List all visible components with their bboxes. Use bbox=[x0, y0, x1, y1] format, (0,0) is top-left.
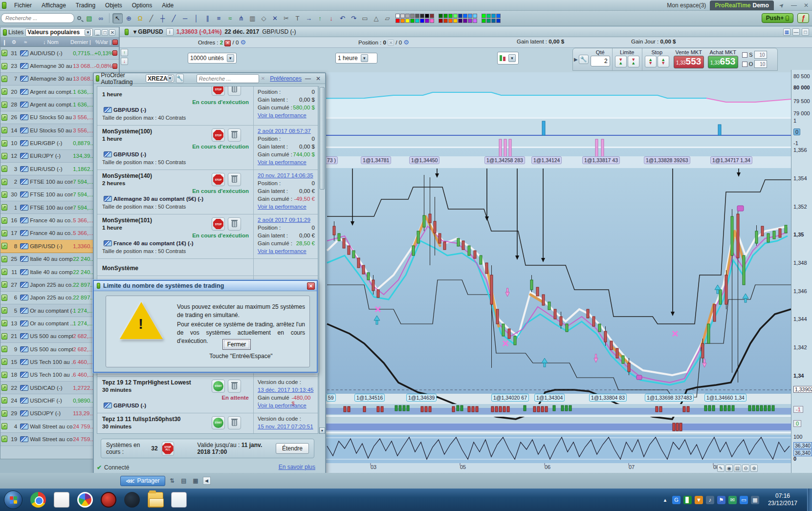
chart-icon[interactable] bbox=[20, 256, 28, 262]
delete-system-button[interactable] bbox=[228, 128, 241, 142]
undo-icon[interactable]: ↶ bbox=[337, 13, 348, 23]
performance-link[interactable]: Voir la performance bbox=[258, 248, 315, 256]
objective-checkbox[interactable] bbox=[742, 62, 747, 67]
stop-system-button[interactable]: STOP bbox=[212, 86, 225, 96]
color-swatch[interactable] bbox=[400, 14, 405, 18]
position-settings-icon[interactable]: ⚙ bbox=[403, 39, 409, 46]
open-chart-icon[interactable] bbox=[1, 307, 7, 314]
horizontal-line-icon[interactable]: ─ bbox=[180, 13, 190, 23]
cross-pointer-icon[interactable]: ┼ bbox=[157, 13, 168, 23]
open-chart-icon[interactable] bbox=[1, 153, 7, 159]
rectangle-icon[interactable]: ▭ bbox=[360, 13, 370, 23]
fermer-button[interactable]: Fermer bbox=[222, 339, 251, 350]
objective-distance-input[interactable] bbox=[754, 60, 767, 68]
color-swatch[interactable] bbox=[443, 14, 448, 18]
add-column-icon[interactable] bbox=[112, 40, 118, 45]
color-swatch[interactable] bbox=[420, 19, 424, 23]
color-swatch[interactable] bbox=[491, 14, 496, 18]
display-icon[interactable]: ▭ bbox=[740, 496, 748, 504]
menu-item[interactable]: Fichier bbox=[9, 1, 37, 10]
dialog-close-icon[interactable]: ✕ bbox=[307, 282, 315, 290]
open-chart-icon[interactable] bbox=[1, 102, 7, 108]
color-swatch[interactable] bbox=[430, 14, 434, 18]
chart-icon[interactable] bbox=[20, 217, 28, 223]
ccleaner-icon[interactable] bbox=[121, 490, 143, 510]
cursor-icon[interactable]: ↖ bbox=[112, 13, 123, 23]
chart-icon[interactable] bbox=[20, 166, 28, 172]
color-swatch[interactable] bbox=[415, 14, 419, 18]
color-swatch[interactable] bbox=[448, 19, 453, 23]
color-swatch[interactable] bbox=[463, 19, 467, 23]
alert-icon[interactable] bbox=[112, 64, 117, 69]
close-list-icon[interactable]: ✕ bbox=[109, 29, 115, 36]
cancel-orders-icon[interactable]: ✕ bbox=[224, 40, 231, 46]
redo-icon[interactable]: ↷ bbox=[349, 13, 359, 23]
mail-icon[interactable]: ✉ bbox=[728, 496, 737, 504]
hidden-icons-arrow[interactable]: ▴ bbox=[661, 496, 669, 504]
color-swatch[interactable] bbox=[400, 19, 405, 23]
code-version-link[interactable]: 13 déc. 2017 10:13:45 bbox=[258, 387, 315, 395]
order-settings-icon[interactable]: 🔧 bbox=[579, 55, 589, 64]
watchlist-row[interactable]: 23 Allemagne 30 au ... 13 068... -0,08% bbox=[0, 60, 119, 72]
color-swatch[interactable] bbox=[453, 19, 458, 23]
open-chart-icon[interactable] bbox=[1, 372, 7, 378]
snapshot-icon[interactable]: ◉ bbox=[725, 465, 733, 472]
open-chart-icon[interactable] bbox=[1, 333, 7, 340]
chart-icon[interactable] bbox=[20, 179, 28, 185]
limit-sell-order-icon[interactable]: ▼▲ bbox=[628, 56, 639, 67]
stop-system-button[interactable]: STOP bbox=[212, 128, 225, 142]
open-chart-icon[interactable] bbox=[1, 127, 7, 133]
menu-item[interactable]: Options bbox=[127, 1, 157, 10]
color-swatch[interactable] bbox=[458, 14, 462, 18]
open-chart-icon[interactable] bbox=[1, 204, 7, 211]
toolbar-search-input[interactable] bbox=[1, 13, 74, 23]
picasa-icon[interactable] bbox=[74, 490, 96, 510]
scroll-down-icon[interactable]: ▼ bbox=[319, 427, 325, 434]
eraser-icon[interactable]: ◇ bbox=[259, 13, 269, 23]
open-chart-icon[interactable] bbox=[1, 230, 7, 236]
learn-more-link[interactable]: En savoir plus bbox=[279, 464, 315, 471]
color-swatch[interactable] bbox=[420, 14, 424, 18]
chart-icon[interactable] bbox=[20, 424, 28, 429]
trash-icon[interactable]: ▥ bbox=[247, 13, 258, 23]
google-tray-icon[interactable]: G bbox=[672, 496, 680, 504]
info-icon[interactable]: i bbox=[166, 28, 174, 36]
open-chart-icon[interactable] bbox=[1, 217, 7, 224]
start-system-button[interactable]: START bbox=[212, 380, 225, 393]
arrow-right-icon[interactable]: → bbox=[304, 13, 314, 23]
chart-icon[interactable] bbox=[20, 346, 28, 352]
close-icon[interactable]: ✕ bbox=[802, 2, 810, 9]
watchlist-header[interactable]: ❙ ⚙ ≈ ↓ Nom Dernier | %Var | bbox=[0, 38, 119, 47]
color-swatch[interactable] bbox=[453, 14, 458, 18]
code-version-link[interactable]: 15 nov. 2017 07:20:51 bbox=[258, 424, 315, 431]
show-desktop-button[interactable] bbox=[807, 489, 812, 511]
zoom-icon[interactable]: ⊕ bbox=[124, 13, 134, 23]
limit-buy-order-icon[interactable]: ▼▲ bbox=[615, 56, 627, 67]
chart-icon[interactable] bbox=[20, 436, 28, 442]
chart-icon[interactable] bbox=[20, 308, 28, 314]
chart-icon[interactable] bbox=[20, 205, 28, 211]
color-swatch[interactable] bbox=[410, 19, 415, 23]
open-chart-icon[interactable] bbox=[1, 50, 7, 56]
open-chart-icon[interactable] bbox=[1, 192, 7, 198]
compare-icon[interactable]: ⇅ bbox=[168, 476, 177, 486]
open-chart-icon[interactable] bbox=[1, 140, 7, 147]
open-chart-icon[interactable] bbox=[1, 76, 7, 82]
color-swatch[interactable] bbox=[405, 19, 410, 23]
volume-icon[interactable]: ♪ bbox=[706, 496, 714, 504]
parallel-lines-icon[interactable]: ∥ bbox=[202, 13, 213, 23]
menu-item[interactable]: Aide bbox=[157, 1, 178, 10]
open-chart-icon[interactable] bbox=[1, 114, 7, 121]
maximize-list-icon[interactable]: □ bbox=[102, 29, 108, 36]
chart-icon[interactable] bbox=[20, 243, 28, 249]
color-swatch[interactable] bbox=[443, 19, 448, 23]
proorder-search-input[interactable] bbox=[197, 74, 259, 83]
col-var[interactable]: %Var | bbox=[95, 39, 112, 45]
color-swatch[interactable] bbox=[486, 19, 491, 23]
collapse-panel-icon[interactable]: ▶ bbox=[573, 57, 579, 62]
fx-lightning-button[interactable]: ƒ bbox=[797, 13, 809, 23]
chart-icon[interactable] bbox=[20, 372, 28, 378]
dialog-titlebar[interactable]: Limite du nombre de systèmes de trading … bbox=[94, 281, 317, 291]
color-swatch[interactable] bbox=[425, 14, 429, 18]
performance-link[interactable]: Voir la performance bbox=[258, 403, 315, 410]
